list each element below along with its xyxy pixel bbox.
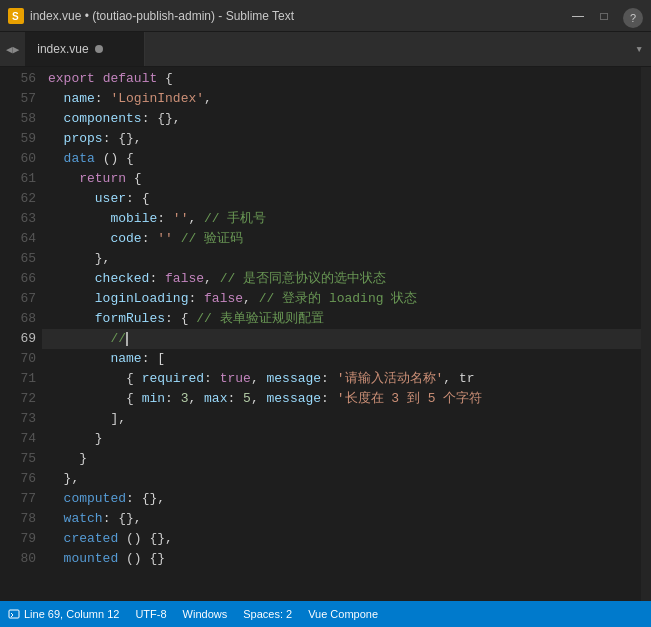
- line-num-78: 78: [6, 509, 36, 529]
- minimize-button[interactable]: —: [565, 6, 591, 26]
- svg-line-4: [11, 615, 13, 617]
- code-line-56: export default {: [42, 69, 641, 89]
- line-num-60: 60: [6, 149, 36, 169]
- code-line-71: { required: true, message: '请输入活动名称', tr: [42, 369, 641, 389]
- code-line-76: },: [42, 469, 641, 489]
- line-num-67: 67: [6, 289, 36, 309]
- code-line-70: name: [: [42, 349, 641, 369]
- line-num-63: 63: [6, 209, 36, 229]
- app-icon: S: [8, 8, 24, 24]
- title-bar: S index.vue • (toutiao-publish-admin) - …: [0, 0, 651, 32]
- status-bar: Line 69, Column 12 UTF-8 Windows Spaces:…: [0, 601, 651, 627]
- code-line-73: ],: [42, 409, 641, 429]
- status-line-col[interactable]: Line 69, Column 12: [8, 608, 119, 620]
- title-bar-left: S index.vue • (toutiao-publish-admin) - …: [8, 8, 294, 24]
- line-num-76: 76: [6, 469, 36, 489]
- line-num-79: 79: [6, 529, 36, 549]
- window-title: index.vue • (toutiao-publish-admin) - Su…: [30, 9, 294, 23]
- dropdown-arrow-icon: ▾: [635, 41, 643, 57]
- vertical-scrollbar[interactable]: [641, 67, 651, 601]
- line-num-72: 72: [6, 389, 36, 409]
- code-line-79: created () {},: [42, 529, 641, 549]
- code-line-59: props: {},: [42, 129, 641, 149]
- code-line-67: loginLoading: false, // 登录的 loading 状态: [42, 289, 641, 309]
- code-line-57: name: 'LoginIndex',: [42, 89, 641, 109]
- tab-dropdown-button[interactable]: ▾: [627, 32, 651, 66]
- code-area[interactable]: export default { name: 'LoginIndex', com…: [42, 67, 641, 601]
- line-num-59: 59: [6, 129, 36, 149]
- tab-index-vue[interactable]: index.vue: [25, 32, 145, 66]
- code-line-61: return {: [42, 169, 641, 189]
- code-line-68: formRules: { // 表单验证规则配置: [42, 309, 641, 329]
- status-syntax-text: Vue Compone: [308, 608, 378, 620]
- code-line-77: computed: {},: [42, 489, 641, 509]
- tab-label: index.vue: [37, 42, 88, 56]
- tab-scroll-arrows[interactable]: ◀ ▶: [0, 32, 25, 66]
- line-num-66: 66: [6, 269, 36, 289]
- status-syntax[interactable]: Vue Compone: [308, 608, 378, 620]
- line-num-57: 57: [6, 89, 36, 109]
- status-line-ending-text: Windows: [183, 608, 228, 620]
- code-line-62: user: {: [42, 189, 641, 209]
- code-line-74: }: [42, 429, 641, 449]
- line-num-56: 56: [6, 69, 36, 89]
- code-line-63: mobile: '', // 手机号: [42, 209, 641, 229]
- status-line-ending[interactable]: Windows: [183, 608, 228, 620]
- maximize-button[interactable]: □: [591, 6, 617, 26]
- code-line-80: mounted () {}: [42, 549, 641, 569]
- line-num-74: 74: [6, 429, 36, 449]
- line-num-71: 71: [6, 369, 36, 389]
- terminal-icon: [8, 608, 20, 620]
- code-line-60: data () {: [42, 149, 641, 169]
- line-num-62: 62: [6, 189, 36, 209]
- line-num-58: 58: [6, 109, 36, 129]
- code-line-66: checked: false, // 是否同意协议的选中状态: [42, 269, 641, 289]
- svg-text:S: S: [12, 11, 19, 22]
- status-indentation-text: Spaces: 2: [243, 608, 292, 620]
- help-badge[interactable]: ?: [623, 8, 643, 28]
- line-num-70: 70: [6, 349, 36, 369]
- code-line-72: { min: 3, max: 5, message: '长度在 3 到 5 个字…: [42, 389, 641, 409]
- line-num-61: 61: [6, 169, 36, 189]
- code-line-69: //: [42, 329, 641, 349]
- line-num-69: 69: [6, 329, 36, 349]
- tab-bar: ◀ ▶ index.vue ▾: [0, 32, 651, 67]
- line-num-75: 75: [6, 449, 36, 469]
- status-encoding[interactable]: UTF-8: [135, 608, 166, 620]
- code-line-75: }: [42, 449, 641, 469]
- editor-container: 56 57 58 59 60 61 62 63 64 65 66 67 68 6…: [0, 67, 651, 601]
- line-num-64: 64: [6, 229, 36, 249]
- code-line-78: watch: {},: [42, 509, 641, 529]
- code-line-64: code: '' // 验证码: [42, 229, 641, 249]
- line-num-73: 73: [6, 409, 36, 429]
- line-num-68: 68: [6, 309, 36, 329]
- line-num-65: 65: [6, 249, 36, 269]
- help-badge-text: ?: [630, 12, 636, 24]
- line-numbers: 56 57 58 59 60 61 62 63 64 65 66 67 68 6…: [0, 67, 42, 601]
- line-num-80: 80: [6, 549, 36, 569]
- status-line-col-text: Line 69, Column 12: [24, 608, 119, 620]
- status-encoding-text: UTF-8: [135, 608, 166, 620]
- code-line-65: },: [42, 249, 641, 269]
- svg-rect-2: [9, 610, 19, 618]
- status-indentation[interactable]: Spaces: 2: [243, 608, 292, 620]
- line-num-77: 77: [6, 489, 36, 509]
- tab-modified-dot: [95, 45, 103, 53]
- code-line-58: components: {},: [42, 109, 641, 129]
